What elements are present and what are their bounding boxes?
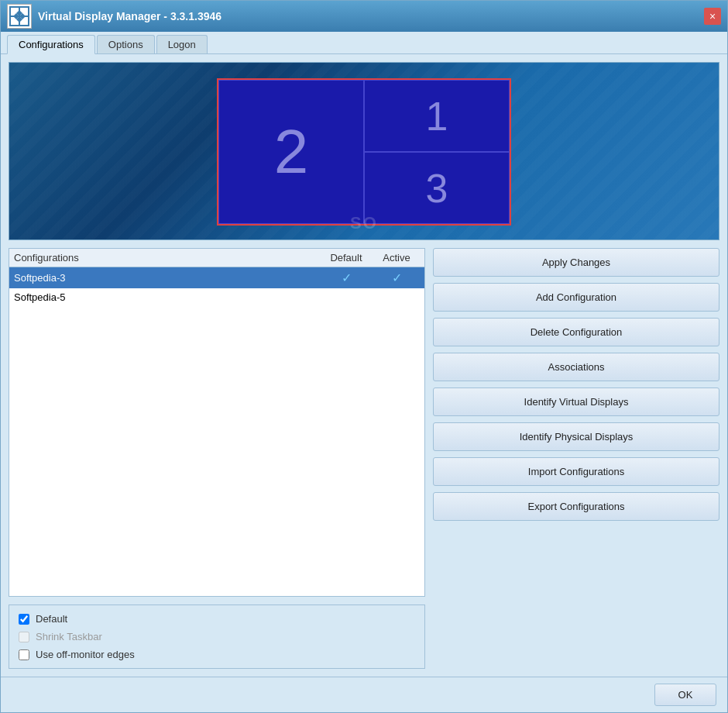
main-section: Configurations Default Active Softpedia-… (9, 248, 719, 669)
add-configuration-button[interactable]: Add Configuration (433, 283, 719, 312)
table-header: Configurations Default Active (9, 249, 424, 267)
tabs-bar: Configurations Options Logon (1, 32, 727, 54)
config-name-softpedia5: Softpedia-5 (14, 291, 319, 303)
default-check-softpedia3: ✓ (319, 270, 373, 285)
checkbox-row-offmonitor: Use off-monitor edges (19, 649, 415, 660)
identify-physical-displays-button[interactable]: Identify Physical Displays (433, 422, 719, 451)
table-row[interactable]: Softpedia-5 (9, 288, 424, 306)
col-header-active: Active (373, 252, 420, 264)
ok-button[interactable]: OK (654, 684, 716, 706)
tab-logon[interactable]: Logon (156, 35, 208, 53)
col-header-default: Default (319, 252, 373, 264)
virtual-display-2: 2 (218, 80, 364, 224)
tab-options[interactable]: Options (97, 35, 155, 53)
bottom-bar: OK (1, 677, 727, 712)
export-configurations-button[interactable]: Export Configurations (433, 492, 719, 521)
checkbox-label-shrink: Shrink Taskbar (36, 631, 102, 642)
watermark: SO (350, 213, 378, 233)
options-panel: Default Shrink Taskbar Use off-monitor e… (9, 604, 425, 669)
delete-configuration-button[interactable]: Delete Configuration (433, 318, 719, 346)
window-title: Virtual Display Manager - 3.3.1.3946 (38, 10, 221, 22)
left-panel: Configurations Default Active Softpedia-… (9, 248, 425, 669)
config-table: Configurations Default Active Softpedia-… (9, 248, 425, 597)
right-panel: Apply Changes Add Configuration Delete C… (433, 248, 719, 669)
app-icon (7, 4, 32, 29)
checkbox-offmonitor[interactable] (19, 649, 29, 660)
checkbox-row-shrink: Shrink Taskbar (19, 631, 415, 642)
virtual-display-1: 1 (364, 80, 510, 152)
content-area: 1 2 3 SO Configurations Default (1, 54, 727, 677)
col-header-configurations: Configurations (14, 252, 319, 264)
title-bar-left: Virtual Display Manager - 3.3.1.3946 (7, 4, 221, 29)
title-bar: Virtual Display Manager - 3.3.1.3946 × (1, 1, 727, 32)
display-preview: 1 2 3 SO (9, 62, 719, 240)
virtual-displays-grid: 1 2 3 (217, 78, 511, 226)
checkbox-default[interactable] (19, 614, 29, 625)
identify-virtual-displays-button[interactable]: Identify Virtual Displays (433, 388, 719, 416)
tab-configurations[interactable]: Configurations (7, 35, 95, 54)
checkbox-label-default: Default (36, 613, 67, 625)
checkbox-label-offmonitor: Use off-monitor edges (36, 649, 135, 660)
associations-button[interactable]: Associations (433, 353, 719, 381)
main-window: Virtual Display Manager - 3.3.1.3946 × C… (0, 0, 728, 713)
close-button[interactable]: × (704, 8, 721, 25)
checkbox-shrink-taskbar (19, 632, 29, 642)
apply-changes-button[interactable]: Apply Changes (433, 248, 719, 277)
table-row[interactable]: Softpedia-3 ✓ ✓ (9, 267, 424, 288)
checkbox-row-default: Default (19, 613, 415, 625)
active-check-softpedia3: ✓ (373, 270, 420, 285)
virtual-display-3: 3 (364, 152, 510, 224)
import-configurations-button[interactable]: Import Configurations (433, 457, 719, 486)
config-name-softpedia3: Softpedia-3 (14, 272, 319, 284)
